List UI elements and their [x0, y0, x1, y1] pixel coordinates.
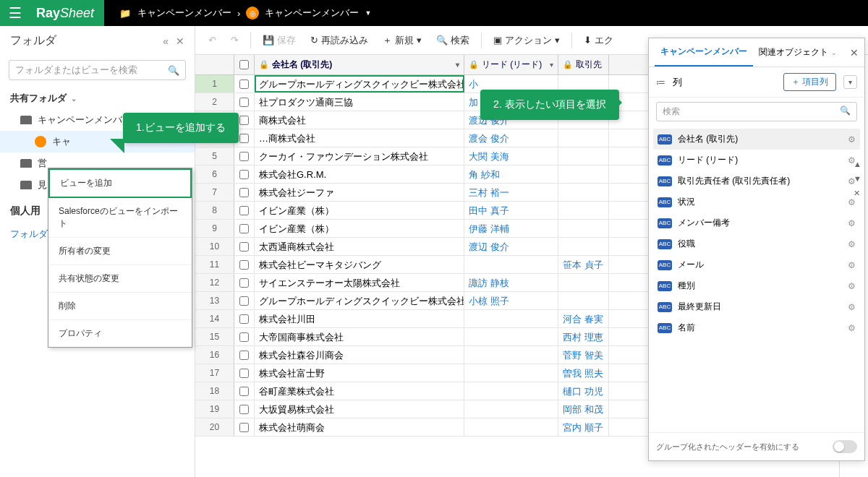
- col-owner[interactable]: 🔒取引先: [558, 55, 609, 74]
- gear-icon[interactable]: ⚙: [848, 218, 856, 228]
- cell-company[interactable]: イビン産業（株）: [255, 202, 464, 219]
- row-check[interactable]: [234, 364, 255, 382]
- sidebar-collapse[interactable]: «: [163, 35, 169, 47]
- cell-lead[interactable]: 角 紗和: [464, 166, 558, 183]
- cell-lead[interactable]: 渡辺 俊介: [464, 238, 558, 255]
- cell-lead[interactable]: 渡会 俊介: [464, 129, 558, 147]
- chevron-up-icon[interactable]: ▲: [854, 160, 861, 168]
- group-header-toggle[interactable]: [833, 440, 857, 453]
- cell-lead[interactable]: [464, 400, 558, 418]
- cell-owner[interactable]: 曽我 照夫: [558, 364, 609, 382]
- cell-owner[interactable]: 菅野 智美: [558, 346, 609, 364]
- cell-lead[interactable]: [464, 364, 558, 382]
- hamburger-menu[interactable]: ☰: [0, 0, 30, 26]
- cell-lead[interactable]: [464, 310, 558, 327]
- cell-owner[interactable]: [558, 238, 609, 255]
- chevron-down-icon[interactable]: ▼: [854, 174, 861, 183]
- cell-owner[interactable]: 笹本 貞子: [558, 256, 609, 273]
- row-check[interactable]: [234, 166, 255, 183]
- cell-owner[interactable]: 樋口 功児: [558, 382, 609, 400]
- row-check[interactable]: [234, 238, 255, 255]
- cell-company[interactable]: 株式会社G.R.M.: [255, 166, 464, 183]
- row-check[interactable]: [234, 328, 255, 345]
- cell-owner[interactable]: [558, 202, 609, 219]
- row-check[interactable]: [234, 93, 255, 111]
- cell-lead[interactable]: 小椋 照子: [464, 292, 558, 309]
- row-check[interactable]: [234, 147, 255, 165]
- sidebar-close[interactable]: ✕: [176, 35, 184, 47]
- cell-company[interactable]: サイエンステーオー太陽株式会社: [255, 274, 464, 291]
- action-button[interactable]: ▣ アクション ▾: [488, 31, 566, 50]
- field-item[interactable]: ABC種別⚙: [653, 275, 860, 296]
- cell-lead[interactable]: [464, 256, 558, 273]
- gear-icon[interactable]: ⚙: [848, 281, 856, 291]
- chevron-down-icon[interactable]: ▾: [456, 61, 459, 69]
- panel-search[interactable]: 検索 🔍: [656, 102, 857, 121]
- row-check[interactable]: [234, 184, 255, 201]
- cell-lead[interactable]: [464, 346, 558, 364]
- row-check[interactable]: [234, 220, 255, 237]
- cell-company[interactable]: 商株式会社: [255, 111, 464, 129]
- cell-owner[interactable]: 河合 春実: [558, 310, 609, 327]
- col-lead[interactable]: 🔒リード (リード)▾: [464, 55, 558, 74]
- cell-company[interactable]: 株式会社ビーマキタジバング: [255, 256, 464, 273]
- row-check[interactable]: [234, 310, 255, 327]
- new-button[interactable]: ＋ 新規 ▾: [377, 31, 427, 50]
- cell-lead[interactable]: 諏訪 静枝: [464, 274, 558, 291]
- cell-lead[interactable]: 大関 美海: [464, 147, 558, 165]
- cell-owner[interactable]: [558, 166, 609, 183]
- cell-company[interactable]: 大坂貿易株式会社: [255, 400, 464, 418]
- export-button[interactable]: ⬇ エク: [578, 31, 619, 50]
- redo-button[interactable]: ↷: [225, 32, 244, 48]
- cell-company[interactable]: イビン産業（株）: [255, 220, 464, 237]
- cell-company[interactable]: 株式会社ジーファ: [255, 184, 464, 201]
- close-icon[interactable]: ✕: [854, 189, 861, 198]
- cell-company[interactable]: グループホールディングスクイックビー株式会社: [255, 292, 464, 309]
- cell-owner[interactable]: 岡部 和茂: [558, 400, 609, 418]
- cell-lead[interactable]: 伊藤 洋輔: [464, 220, 558, 237]
- cell-owner[interactable]: 西村 理恵: [558, 328, 609, 345]
- panel-close[interactable]: ✕: [850, 47, 859, 59]
- cell-company[interactable]: 太西通商株式会社: [255, 238, 464, 255]
- cell-owner[interactable]: [558, 184, 609, 201]
- undo-button[interactable]: ↶: [203, 32, 222, 48]
- save-button[interactable]: 💾 保存: [257, 31, 302, 50]
- breadcrumb-child[interactable]: キャンペーンメンバー: [265, 7, 359, 20]
- field-item[interactable]: ABC取引先責任者 (取引先責任者)⚙: [653, 171, 860, 192]
- ctx-change-owner[interactable]: 所有者の変更: [48, 238, 192, 265]
- cell-lead[interactable]: [464, 382, 558, 400]
- field-item[interactable]: ABC状況⚙: [653, 192, 860, 212]
- cell-company[interactable]: 株式会社萌商会: [255, 418, 464, 436]
- cell-company[interactable]: …商株式会社: [255, 129, 464, 147]
- gear-icon[interactable]: ⚙: [848, 197, 856, 207]
- cell-owner[interactable]: 宮内 順子: [558, 418, 609, 436]
- cell-company[interactable]: 株式会社川田: [255, 310, 464, 327]
- gear-icon[interactable]: ⚙: [848, 302, 856, 312]
- row-check[interactable]: [234, 400, 255, 418]
- field-item[interactable]: ABC役職⚙: [653, 233, 860, 254]
- cell-company[interactable]: 大帝国商事株式会社: [255, 328, 464, 345]
- checkall-header[interactable]: [234, 55, 255, 74]
- add-column-button[interactable]: ＋ 項目列: [783, 73, 836, 91]
- cell-company[interactable]: クーカイ・ファウンデーション株式会社: [255, 147, 464, 165]
- col-company[interactable]: 🔒会社名 (取引先)▾: [255, 55, 464, 74]
- cell-company[interactable]: 株式会社森谷川商会: [255, 346, 464, 364]
- ctx-import-sf[interactable]: Salesforceのビューをインポート: [48, 198, 192, 238]
- cell-owner[interactable]: [558, 129, 609, 147]
- search-button[interactable]: 🔍 検索: [430, 31, 475, 50]
- cell-company[interactable]: 株式会社富士野: [255, 364, 464, 382]
- sidebar-search[interactable]: フォルダまたはビューを検索 🔍: [9, 60, 186, 80]
- ctx-add-view[interactable]: ビューを追加: [48, 168, 192, 198]
- cell-lead[interactable]: 田中 真子: [464, 202, 558, 219]
- panel-tab-active[interactable]: キャンペーンメンバー: [655, 38, 753, 66]
- row-check[interactable]: [234, 256, 255, 273]
- breadcrumb-parent[interactable]: キャンペーンメンバー: [137, 7, 231, 20]
- cell-company[interactable]: グループホールディングスクイックビー株式会社: [255, 75, 464, 93]
- ctx-property[interactable]: プロパティ: [48, 320, 192, 347]
- cell-company[interactable]: 谷町産業株式会社: [255, 382, 464, 400]
- gear-icon[interactable]: ⚙: [848, 260, 856, 270]
- reload-button[interactable]: ↻ 再読み込み: [305, 31, 374, 50]
- field-item[interactable]: ABCメンバー備考⚙: [653, 212, 860, 233]
- cell-lead[interactable]: 三村 裕一: [464, 184, 558, 201]
- list-icon[interactable]: ≔: [656, 77, 665, 87]
